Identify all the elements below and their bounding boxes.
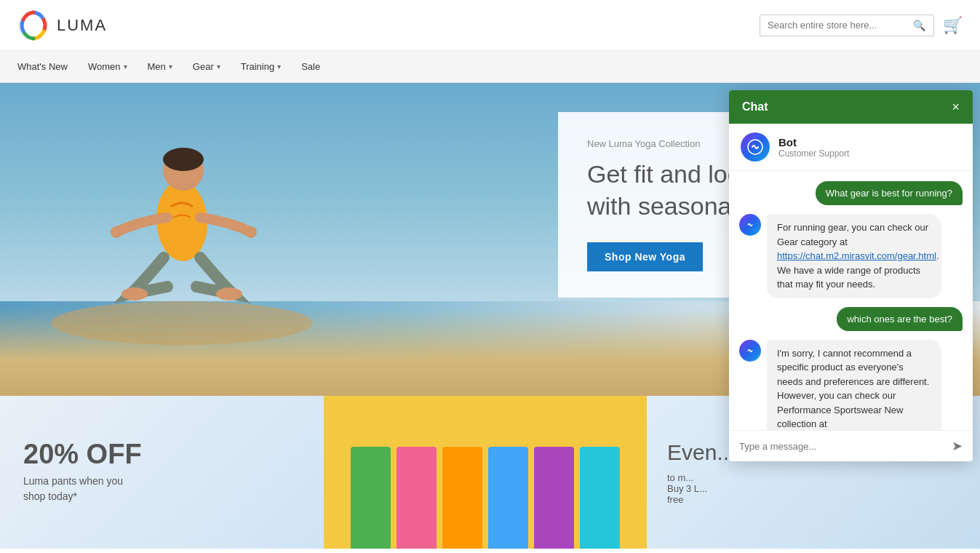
- main-nav: What's New Women ▾ Men ▾ Gear ▾ Training…: [0, 51, 980, 83]
- bot-message-row-1: For running gear, you can check our Gear…: [739, 214, 963, 298]
- user-message-2: which ones are the best?: [837, 307, 963, 331]
- bot-message-row-2: I'm sorry, I cannot recommend a specific…: [739, 340, 963, 431]
- svg-point-4: [163, 148, 204, 171]
- shirt-teal: [580, 447, 620, 549]
- chat-bot-info: Bot Customer Support: [729, 124, 973, 171]
- bot-name: Bot: [778, 136, 849, 148]
- bot-info-text: Bot Customer Support: [778, 136, 849, 159]
- nav-item-women[interactable]: Women ▾: [88, 51, 127, 82]
- nav-item-sale[interactable]: Sale: [301, 51, 320, 82]
- gear-link[interactable]: https://chat.m2.mirasvit.com/gear.html: [777, 250, 936, 261]
- nav-label-gear: Gear: [193, 61, 214, 72]
- svg-point-1: [51, 301, 313, 345]
- nav-item-training[interactable]: Training ▾: [241, 51, 281, 82]
- discount-title: 20% OFF: [23, 440, 300, 468]
- main-content: New Luma Yoga Collection Get fit and loo…: [0, 83, 980, 553]
- cart-icon: 🛒: [943, 16, 963, 34]
- nav-item-whats-new[interactable]: What's New: [17, 51, 68, 82]
- nav-label-sale: Sale: [301, 61, 320, 72]
- chevron-down-icon: ▾: [277, 63, 281, 71]
- svg-point-6: [245, 226, 257, 238]
- nav-item-men[interactable]: Men ▾: [148, 51, 172, 82]
- svg-point-5: [111, 226, 122, 238]
- search-box[interactable]: 🔍: [760, 15, 934, 36]
- bot-avatar-small-2: [739, 340, 761, 362]
- chat-input-area: ➤: [729, 430, 973, 461]
- bot-role: Customer Support: [778, 148, 849, 159]
- chat-send-button[interactable]: ➤: [952, 438, 963, 454]
- chevron-down-icon: ▾: [169, 63, 172, 71]
- search-input[interactable]: [768, 20, 913, 31]
- chat-header: Chat ×: [729, 90, 973, 124]
- logo-area[interactable]: LUMA: [17, 9, 107, 41]
- shirts-card: [324, 396, 648, 549]
- discount-subtitle: Luma pants when youshop today*: [23, 474, 300, 504]
- shirt-purple: [534, 447, 574, 549]
- nav-item-gear[interactable]: Gear ▾: [193, 51, 220, 82]
- site-header: LUMA 🔍 🛒: [0, 0, 980, 51]
- logo-text: LUMA: [57, 16, 107, 35]
- shirt-blue: [488, 447, 528, 549]
- chevron-down-icon: ▾: [217, 63, 220, 71]
- svg-point-7: [121, 287, 148, 301]
- bot-message-2: I'm sorry, I cannot recommend a specific…: [767, 340, 941, 431]
- chat-input[interactable]: [739, 441, 946, 452]
- yoga-figure: [44, 83, 320, 352]
- discount-card: 20% OFF Luma pants when youshop today*: [0, 396, 324, 549]
- nav-label-training: Training: [241, 61, 274, 72]
- svg-point-8: [216, 287, 242, 301]
- search-icon-button[interactable]: 🔍: [913, 20, 925, 31]
- bot-avatar-small-1: [739, 214, 761, 236]
- user-message-1: What gear is best for running?: [816, 181, 963, 205]
- shirt-green: [351, 447, 391, 549]
- chevron-down-icon: ▾: [124, 63, 127, 71]
- nav-label-women: Women: [88, 61, 121, 72]
- nav-label-whats-new: What's New: [17, 61, 68, 72]
- send-icon: ➤: [952, 439, 963, 453]
- nav-label-men: Men: [148, 61, 166, 72]
- luma-logo-icon: [17, 9, 49, 41]
- bot-message-1: For running gear, you can check our Gear…: [767, 214, 941, 298]
- chat-title: Chat: [742, 100, 768, 114]
- shop-new-yoga-button[interactable]: Shop New Yoga: [587, 242, 703, 271]
- shirt-pink: [397, 447, 437, 549]
- chat-messages: What gear is best for running? For runni…: [729, 171, 973, 430]
- bot-avatar: [741, 132, 770, 162]
- cart-button[interactable]: 🛒: [943, 16, 963, 35]
- chat-close-button[interactable]: ×: [952, 100, 960, 114]
- header-right: 🔍 🛒: [760, 15, 963, 36]
- chat-widget: Chat × Bot Customer Support What gear is…: [729, 90, 973, 461]
- shirt-orange: [442, 447, 482, 549]
- event-subtitle: to m...Buy 3 L...free: [667, 472, 960, 505]
